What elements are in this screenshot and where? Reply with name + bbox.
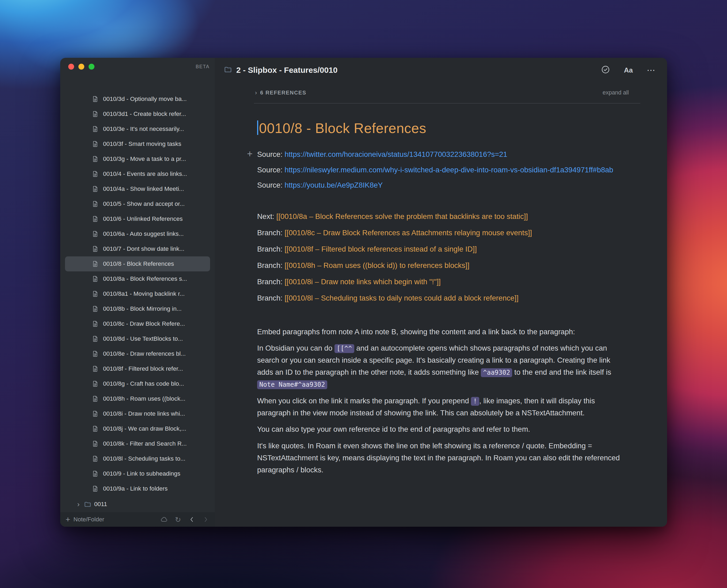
note-item-label: 0010/7 - Dont show date link... bbox=[103, 246, 184, 252]
wikilink[interactable]: [[0010/8f – Filtered block references in… bbox=[284, 245, 476, 253]
sidebar-note-item[interactable]: 0010/9a - Link to folders bbox=[65, 481, 210, 496]
wikilink-prefix: Branch: bbox=[257, 261, 284, 270]
sidebar-note-item[interactable]: 0010/8d - Use TextBlocks to... bbox=[65, 331, 210, 346]
document-icon bbox=[92, 275, 99, 282]
sidebar-note-item[interactable]: 0010/8a - Block References s... bbox=[65, 271, 210, 286]
sidebar-note-item[interactable]: 0010/8e - Draw references bl... bbox=[65, 346, 210, 361]
sidebar-footer: + Note/Folder ↻ bbox=[60, 512, 215, 527]
sidebar-note-item[interactable]: 0010/8 - Block References bbox=[65, 256, 210, 271]
body-paragraph: Embed paragraphs from note A into note B… bbox=[257, 326, 627, 338]
text-format-button[interactable]: Aa bbox=[624, 66, 633, 75]
sidebar-note-item[interactable]: 0010/9 - Link to subheadings bbox=[65, 466, 210, 481]
add-note-icon[interactable]: + bbox=[66, 516, 70, 524]
zoom-button[interactable] bbox=[89, 64, 94, 69]
sidebar-note-item[interactable]: 0010/7 - Dont show date link... bbox=[65, 241, 210, 256]
main-panel: 2 - Slipbox - Features/0010 Aa ⋯ › 6 REF… bbox=[215, 58, 667, 527]
note-item-label: 0010/8b - Block Mirroring in... bbox=[103, 306, 182, 312]
note-item-label: 0010/3d1 - Create block refer... bbox=[103, 110, 186, 118]
document-icon bbox=[92, 290, 99, 297]
document-icon bbox=[92, 306, 99, 312]
breadcrumb-title: 2 - Slipbox - Features/0010 bbox=[236, 66, 337, 75]
wikilink[interactable]: [[0010/8h – Roam uses ((block id)) to re… bbox=[284, 261, 469, 270]
back-button[interactable] bbox=[188, 516, 196, 523]
sources-block: + Source: https://twitter.com/horacionei… bbox=[257, 149, 627, 191]
note-item-label: 0010/8a - Block References s... bbox=[103, 275, 187, 282]
sidebar-note-item[interactable]: 0010/8f - Filtered block refer... bbox=[65, 361, 210, 376]
document-icon bbox=[92, 365, 99, 372]
refresh-icon[interactable]: ↻ bbox=[174, 516, 182, 523]
references-count-label[interactable]: 6 REFERENCES bbox=[260, 90, 306, 96]
note-item-label: 0010/3d - Optionally move ba... bbox=[103, 96, 187, 103]
wikilink-line: Branch: [[0010/8h – Roam uses ((block id… bbox=[257, 259, 627, 271]
chevron-right-icon[interactable]: › bbox=[255, 90, 257, 96]
wikilink-prefix: Branch: bbox=[257, 294, 284, 302]
sidebar-note-item[interactable]: 0010/8h - Roam uses ((block... bbox=[65, 391, 210, 406]
sidebar-note-item[interactable]: 0010/4 - Events are also links... bbox=[65, 166, 210, 182]
sidebar-note-item[interactable]: 0010/3e - It's not necessarily... bbox=[65, 122, 210, 136]
source-line: Source: https://twitter.com/horacioneiva… bbox=[257, 149, 627, 161]
expand-all-button[interactable]: expand all bbox=[603, 89, 629, 96]
wikilink-prefix: Branch: bbox=[257, 277, 284, 286]
note-item-label: 0010/3e - It's not necessarily... bbox=[103, 126, 184, 132]
close-button[interactable] bbox=[68, 64, 74, 69]
sidebar-note-item[interactable]: 0010/8j - We can draw Block,... bbox=[65, 421, 210, 436]
sidebar-note-item[interactable]: 0010/8k - Filter and Search R... bbox=[65, 436, 210, 451]
body-text: Embed paragraphs from note A into note B… bbox=[257, 326, 627, 476]
note-item-label: 0010/9 - Link to subheadings bbox=[103, 470, 180, 477]
sidebar-header: BETA bbox=[60, 58, 215, 76]
folder-icon bbox=[224, 66, 232, 75]
sidebar-note-item[interactable]: 0010/3d - Optionally move ba... bbox=[65, 91, 210, 106]
document-icon bbox=[92, 440, 99, 447]
document-icon bbox=[92, 126, 99, 132]
wikilink-prefix: Branch: bbox=[257, 229, 284, 237]
sidebar-note-item[interactable]: 0010/8i - Draw note links whi... bbox=[65, 406, 210, 421]
wikilink[interactable]: [[0010/8l – Scheduling tasks to daily no… bbox=[284, 294, 518, 302]
sidebar-note-item[interactable]: 0010/8c - Draw Block Refere... bbox=[65, 316, 210, 331]
chevron-right-icon[interactable]: › bbox=[76, 501, 81, 508]
new-note-folder-button[interactable]: Note/Folder bbox=[73, 516, 104, 523]
beta-badge: BETA bbox=[196, 64, 210, 69]
document-icon bbox=[92, 335, 99, 342]
sidebar-note-item[interactable]: 0010/8a1 - Moving backlink r... bbox=[65, 286, 210, 301]
sidebar-note-item[interactable]: 0010/3d1 - Create block refer... bbox=[65, 106, 210, 122]
sidebar-note-item[interactable]: 0010/6a - Auto suggest links... bbox=[65, 226, 210, 241]
body-paragraph: When you click on the link it marks the … bbox=[257, 395, 627, 419]
note-item-label: 0010/8i - Draw note links whi... bbox=[103, 410, 185, 417]
cloud-sync-icon[interactable] bbox=[160, 516, 168, 523]
sidebar-note-item[interactable]: 0010/5 - Show and accept or... bbox=[65, 196, 210, 211]
task-check-icon[interactable] bbox=[601, 65, 610, 75]
sidebar-note-item[interactable]: 0010/8g - Craft has code blo... bbox=[65, 376, 210, 391]
note-item-label: 0010/8j - We can draw Block,... bbox=[103, 425, 186, 432]
forward-button[interactable] bbox=[202, 516, 210, 523]
source-link[interactable]: https://nileswyler.medium.com/why-i-swit… bbox=[284, 166, 613, 174]
sidebar-folder-item[interactable]: › 0011 bbox=[65, 497, 210, 512]
note-item-label: 0010/8d - Use TextBlocks to... bbox=[103, 335, 183, 342]
minimize-button[interactable] bbox=[79, 64, 84, 69]
sidebar-note-item[interactable]: 0010/8l - Scheduling tasks to... bbox=[65, 451, 210, 466]
sidebar-note-item[interactable]: 0010/4a - Show linked Meeti... bbox=[65, 182, 210, 196]
sidebar-note-item[interactable]: 0010/3f - Smart moving tasks bbox=[65, 136, 210, 151]
sidebar-note-item[interactable]: 0010/8b - Block Mirroring in... bbox=[65, 301, 210, 316]
note-item-label: 0010/5 - Show and accept or... bbox=[103, 201, 185, 207]
wikilink[interactable]: [[0010/8i – Draw note links which begin … bbox=[284, 277, 441, 286]
add-block-button[interactable]: + bbox=[247, 148, 253, 160]
window-controls bbox=[68, 64, 94, 69]
sidebar-note-item[interactable]: 0010/3g - Move a task to a pr... bbox=[65, 151, 210, 166]
source-link[interactable]: https://twitter.com/horacioneiva/status/… bbox=[284, 150, 507, 159]
note-title[interactable]: 0010/8 - Block References bbox=[257, 120, 627, 136]
wikilink[interactable]: [[0010/8a – Block References solve the p… bbox=[276, 212, 528, 220]
source-line: Source: https://nileswyler.medium.com/wh… bbox=[257, 164, 627, 176]
wikilink-line: Branch: [[0010/8f – Filtered block refer… bbox=[257, 243, 627, 255]
document-icon bbox=[92, 215, 99, 223]
source-link[interactable]: https://youtu.be/Ae9pZ8IK8eY bbox=[284, 181, 383, 189]
document-icon bbox=[92, 246, 99, 252]
body-paragraph: You can also type your own reference id … bbox=[257, 423, 627, 436]
document-icon bbox=[92, 425, 99, 432]
wikilink[interactable]: [[0010/8c – Draw Block References as Att… bbox=[284, 229, 532, 237]
note-item-label: 0010/8k - Filter and Search R... bbox=[103, 440, 187, 447]
document-icon bbox=[92, 141, 99, 147]
sidebar-note-item[interactable]: 0010/6 - Unlinked References bbox=[65, 211, 210, 226]
source-label: Source: bbox=[257, 166, 284, 174]
wikilink-line: Branch: [[0010/8c – Draw Block Reference… bbox=[257, 227, 627, 239]
app-window: BETA 0010/3d - Optionally move ba... 001… bbox=[60, 58, 667, 527]
